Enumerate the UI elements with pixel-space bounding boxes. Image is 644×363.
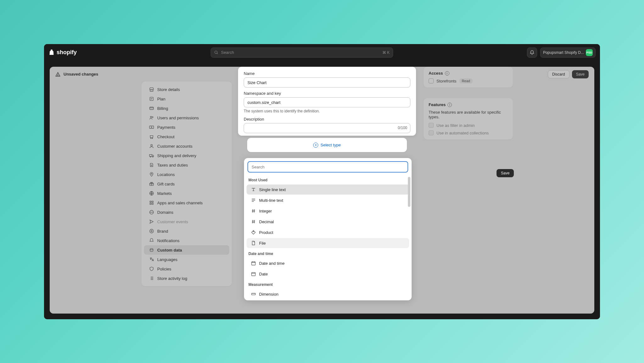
sidebar-item-label: Shipping and delivery	[157, 153, 196, 158]
features-card: Features i These features are available …	[424, 98, 513, 139]
save-button-secondary[interactable]: Save	[497, 169, 514, 177]
type-date-time[interactable]: Date and time	[247, 258, 409, 268]
search-icon	[214, 50, 219, 55]
storefronts-checkbox[interactable]	[429, 78, 434, 83]
sidebar-item-custom-data[interactable]: Custom data	[144, 245, 229, 255]
checkout-icon	[149, 134, 154, 139]
svg-rect-27	[252, 262, 255, 265]
type-label: Decimal	[259, 219, 274, 224]
list-icon	[149, 276, 154, 281]
sidebar-item-languages[interactable]: Languages	[144, 255, 229, 264]
filter-label: Use as filter in admin	[436, 123, 475, 128]
metafield-form: Name Namespace and key The system uses t…	[238, 67, 416, 136]
calendar-icon	[251, 271, 256, 276]
select-type-button[interactable]: + Select type	[247, 138, 407, 152]
sidebar-item-customer-events[interactable]: Customer events	[144, 217, 229, 226]
store-icon	[149, 87, 154, 92]
globe-icon	[149, 191, 154, 196]
svg-line-1	[217, 53, 218, 54]
save-button[interactable]: Save	[572, 70, 589, 78]
svg-point-12	[151, 145, 152, 146]
custom-data-icon	[149, 247, 154, 252]
ruler-icon	[251, 292, 256, 297]
sidebar-item-policies[interactable]: Policies	[144, 264, 229, 274]
type-product[interactable]: Product	[247, 227, 409, 237]
sidebar-item-brand[interactable]: Brand	[144, 226, 229, 236]
section-most-used: Most Used	[244, 175, 412, 184]
svg-rect-13	[149, 155, 152, 156]
type-label: Product	[259, 230, 273, 235]
namespace-help: The system uses this to identify the def…	[244, 109, 410, 113]
svg-point-10	[151, 138, 151, 139]
gift-icon	[149, 181, 154, 186]
global-search[interactable]: Search ⌘ K	[211, 48, 393, 58]
sidebar-item-customer-accounts[interactable]: Customer accounts	[144, 141, 229, 151]
sidebar-item-locations[interactable]: Locations	[144, 170, 229, 179]
description-input[interactable]	[244, 123, 410, 133]
sidebar-item-gift-cards[interactable]: Gift cards	[144, 179, 229, 189]
hash-icon	[251, 208, 256, 213]
info-icon[interactable]: i	[445, 71, 449, 76]
type-integer[interactable]: Integer	[247, 206, 409, 216]
sidebar-item-domains[interactable]: Domains	[144, 207, 229, 217]
sidebar-item-label: Markets	[157, 191, 172, 196]
sidebar-item-billing[interactable]: Billing	[144, 104, 229, 113]
brand-logo[interactable]: shopify	[48, 49, 77, 56]
name-input[interactable]	[244, 77, 410, 88]
svg-point-24	[151, 230, 152, 232]
svg-point-16	[151, 173, 152, 174]
sidebar-item-label: Store details	[157, 87, 180, 92]
sidebar-item-markets[interactable]: Markets	[144, 189, 229, 198]
sidebar-item-users[interactable]: Users and permissions	[144, 113, 229, 122]
sidebar-item-activity-log[interactable]: Store activity log	[144, 274, 229, 283]
type-multi-line-text[interactable]: Multi-line text	[247, 195, 409, 205]
sidebar-item-label: Customer accounts	[157, 144, 192, 149]
read-badge: Read	[459, 78, 473, 83]
sidebar-item-label: Languages	[157, 257, 177, 262]
svg-rect-28	[252, 272, 255, 276]
sidebar-item-checkout[interactable]: Checkout	[144, 132, 229, 141]
users-icon	[149, 115, 154, 120]
namespace-input[interactable]	[244, 97, 410, 107]
sidebar-item-store-details[interactable]: Store details	[144, 85, 229, 94]
brand-text: shopify	[57, 49, 77, 56]
domain-icon	[149, 210, 154, 215]
access-card: Access i Storefronts Read	[424, 67, 513, 88]
svg-point-3	[58, 75, 58, 75]
lines-icon	[251, 198, 256, 203]
info-icon[interactable]: i	[447, 103, 452, 107]
svg-point-0	[215, 51, 217, 53]
type-label: Dimension	[259, 292, 278, 297]
type-dropdown: Most Used Single line text Multi-line te…	[244, 158, 412, 300]
svg-rect-8	[149, 126, 153, 128]
sidebar-item-label: Locations	[157, 172, 175, 177]
type-single-line-text[interactable]: Single line text	[247, 184, 409, 195]
type-search-input[interactable]	[247, 161, 408, 173]
type-decimal[interactable]: Decimal	[247, 217, 409, 227]
type-file[interactable]: File	[247, 238, 409, 248]
scrollbar[interactable]	[408, 177, 410, 207]
char-count: 0/100	[398, 126, 407, 130]
sidebar-item-shipping[interactable]: Shipping and delivery	[144, 151, 229, 160]
discard-button[interactable]: Discard	[548, 70, 569, 78]
language-icon	[149, 257, 154, 262]
sidebar-item-taxes[interactable]: Taxes and duties	[144, 160, 229, 170]
sidebar-item-payments[interactable]: Payments	[144, 122, 229, 132]
sidebar-item-label: Custom data	[157, 248, 182, 252]
notifications-button[interactable]	[527, 48, 537, 58]
avatar: PSD	[586, 49, 593, 56]
svg-rect-21	[150, 203, 151, 204]
svg-point-14	[150, 156, 151, 157]
sidebar-item-apps[interactable]: Apps and sales channels	[144, 198, 229, 207]
type-date[interactable]: Date	[247, 269, 409, 279]
type-dimension[interactable]: Dimension	[247, 289, 409, 299]
svg-point-15	[153, 156, 153, 157]
account-icon	[149, 144, 154, 149]
type-label: Single line text	[259, 187, 286, 192]
sidebar-item-label: Payments	[157, 125, 175, 130]
name-label: Name	[244, 71, 410, 76]
sidebar-item-notifications[interactable]: Notifications	[144, 236, 229, 245]
sidebar-item-plan[interactable]: Plan	[144, 94, 229, 104]
account-menu[interactable]: Popupsmart Shopify D... PSD	[540, 48, 596, 58]
type-label: Date	[259, 272, 268, 276]
